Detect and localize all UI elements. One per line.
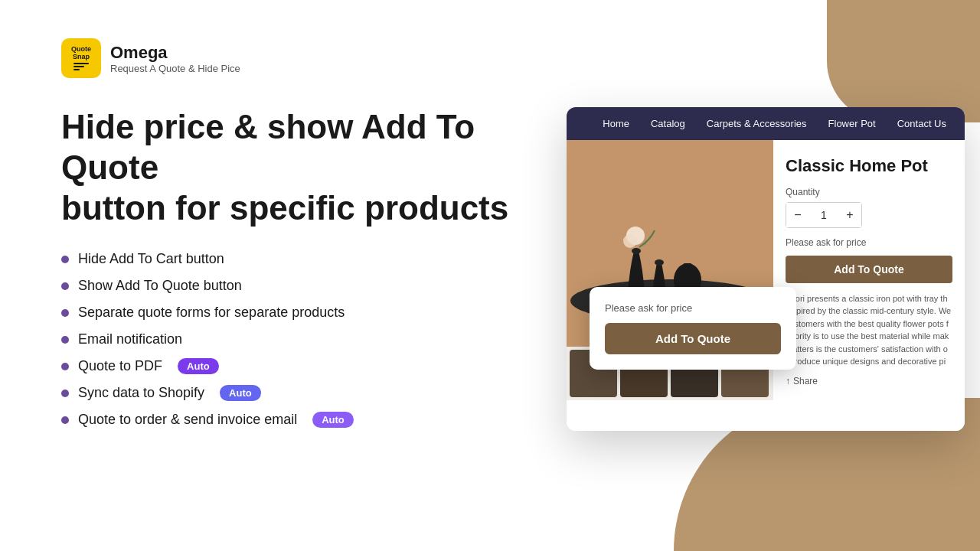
- feature-text: Email notification: [78, 331, 182, 347]
- list-item: Separate quote forms for separate produc…: [61, 305, 544, 321]
- logo-line-2: [74, 66, 84, 67]
- logo-line-1: [74, 63, 89, 64]
- right-mockup: Home Catalog Carpets & Accessories Flowe…: [567, 107, 980, 431]
- feature-text: Quote to PDF: [78, 358, 162, 374]
- bullet-icon: [61, 390, 69, 397]
- feature-text: Separate quote forms for separate produc…: [78, 305, 345, 321]
- product-description: Kyori presents a classic iron pot with t…: [786, 292, 952, 368]
- ask-price-label: Please ask for price: [786, 237, 952, 248]
- quantity-label: Quantity: [786, 187, 952, 197]
- feature-text: Sync data to Shopify: [78, 385, 204, 401]
- share-icon: ↑: [786, 376, 790, 386]
- header: Quote Snap Omega Request A Quote & Hide …: [61, 38, 240, 78]
- share-label: Share: [793, 376, 818, 386]
- browser-nav: Home Catalog Carpets & Accessories Flowe…: [567, 107, 965, 140]
- product-title: Classic Home Pot: [786, 155, 952, 178]
- feature-list: Hide Add To Cart button Show Add To Quot…: [61, 251, 544, 428]
- share-button[interactable]: ↑ Share: [786, 376, 952, 386]
- app-name: Omega: [110, 43, 240, 63]
- list-item: Quote to PDF Auto: [61, 358, 544, 374]
- nav-contact[interactable]: Contact Us: [897, 118, 946, 129]
- logo-box: Quote Snap: [61, 38, 101, 78]
- quantity-control: − 1 +: [786, 202, 862, 228]
- feature-text: Hide Add To Cart button: [78, 251, 224, 267]
- nav-carpets[interactable]: Carpets & Accessories: [707, 118, 807, 129]
- list-item: Show Add To Quote button: [61, 278, 544, 294]
- badge-auto-sync: Auto: [220, 385, 261, 401]
- qty-minus-button[interactable]: −: [786, 203, 809, 227]
- qty-plus-button[interactable]: +: [838, 203, 861, 227]
- nav-flower-pot[interactable]: Flower Pot: [828, 118, 876, 129]
- svg-point-8: [623, 234, 637, 248]
- qty-value: 1: [809, 209, 838, 221]
- bullet-icon: [61, 256, 69, 263]
- list-item: Sync data to Shopify Auto: [61, 385, 544, 401]
- feature-text: Show Add To Quote button: [78, 278, 242, 294]
- logo-lines: [74, 63, 89, 70]
- svg-point-4: [655, 259, 664, 266]
- svg-point-3: [632, 248, 641, 254]
- nav-catalog[interactable]: Catalog: [651, 118, 685, 129]
- bullet-icon: [61, 282, 69, 290]
- nav-home[interactable]: Home: [603, 118, 629, 129]
- bullet-icon: [61, 363, 69, 370]
- logo-line-3: [74, 69, 80, 70]
- bullet-icon: [61, 309, 69, 317]
- list-item: Hide Add To Cart button: [61, 251, 544, 267]
- browser-window: Home Catalog Carpets & Accessories Flowe…: [567, 107, 965, 431]
- feature-text: Quote to order & send invoice email: [78, 412, 297, 428]
- app-subtitle: Request A Quote & Hide Pice: [110, 63, 240, 74]
- bullet-icon: [61, 336, 69, 344]
- logo-text-snap: Snap: [73, 54, 90, 61]
- add-to-quote-button-popup[interactable]: Add To Quote: [605, 323, 781, 354]
- svg-rect-6: [683, 263, 692, 268]
- product-area: Classic Home Pot Quantity − 1 + Please a…: [567, 140, 965, 431]
- badge-auto-invoice: Auto: [312, 412, 354, 428]
- bullet-icon: [61, 416, 69, 424]
- list-item: Email notification: [61, 331, 544, 347]
- left-content: Hide price & show Add To Quote button fo…: [61, 107, 544, 428]
- list-item: Quote to order & send invoice email Auto: [61, 412, 544, 428]
- add-to-quote-button-main[interactable]: Add To Quote: [786, 256, 952, 283]
- app-name-block: Omega Request A Quote & Hide Pice: [110, 43, 240, 74]
- popup-overlay: Please ask for price Add To Quote: [590, 287, 796, 370]
- product-image-container: [567, 140, 773, 431]
- product-details: Classic Home Pot Quantity − 1 + Please a…: [773, 140, 965, 431]
- badge-auto-pdf: Auto: [178, 358, 219, 374]
- main-title: Hide price & show Add To Quote button fo…: [61, 107, 544, 228]
- popup-ask-price: Please ask for price: [605, 302, 781, 314]
- bg-decoration-top-right: [827, 0, 980, 122]
